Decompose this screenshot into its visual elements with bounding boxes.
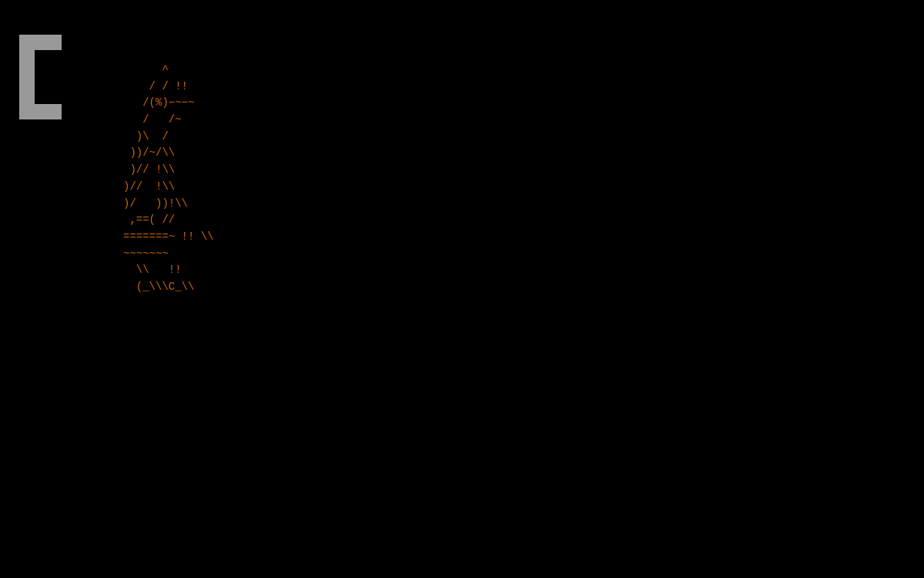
svg-rect-2 xyxy=(19,104,62,119)
gray-bracket xyxy=(15,31,77,123)
ascii-tree: ^ / / !! /(%)−~−~ / /~ )\ / ))/~/\\ )// … xyxy=(123,62,214,296)
left-panel: ^ / / !! /(%)−~−~ / /~ )\ / ))/~/\\ )// … xyxy=(0,0,293,578)
svg-rect-1 xyxy=(19,35,62,50)
